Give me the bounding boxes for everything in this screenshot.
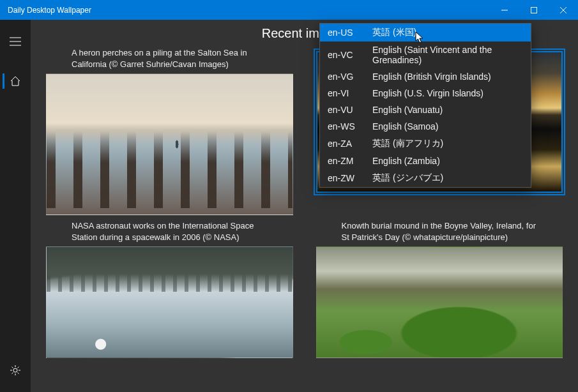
close-icon [560, 7, 567, 13]
locale-label: English (U.S. Virgin Islands) [372, 88, 523, 98]
locale-code: en-US [328, 27, 372, 38]
hamburger-button[interactable] [3, 29, 28, 54]
locale-code: en-VG [328, 72, 372, 82]
image-thumbnail[interactable] [46, 246, 293, 358]
locale-label: 英語 (南アフリカ) [372, 138, 523, 149]
locale-label: English (Samoa) [372, 121, 523, 132]
image-card[interactable]: Knowth burial mound in the Boyne Valley,… [316, 220, 563, 358]
locale-label: 英語 (ジンバブエ) [372, 172, 523, 184]
locale-code: en-ZM [328, 156, 372, 166]
window-title: Daily Desktop Wallpaper [0, 6, 490, 15]
locale-label: English (Vanuatu) [372, 105, 523, 115]
locale-label: 英語 (米国) [372, 27, 523, 38]
image-caption: A heron perches on a piling at the Salto… [46, 47, 293, 73]
locale-code: en-VU [328, 105, 372, 115]
locale-option[interactable]: en-WS English (Samoa) [320, 118, 531, 135]
minimize-button[interactable] [490, 0, 519, 20]
active-indicator [3, 73, 4, 89]
locale-code: en-VI [328, 88, 372, 98]
locale-option[interactable]: en-ZW 英語 (ジンバブエ) [320, 169, 531, 187]
locale-code: en-WS [328, 121, 372, 132]
locale-option[interactable]: en-VU English (Vanuatu) [320, 102, 531, 118]
titlebar: Daily Desktop Wallpaper [0, 0, 578, 20]
locale-dropdown[interactable]: en-US 英語 (米国) en-VC English (Saint Vince… [319, 23, 531, 188]
locale-option[interactable]: en-VC English (Saint Vincent and the Gre… [320, 41, 531, 68]
locale-option[interactable]: en-VG English (British Virgin Islands) [320, 68, 531, 85]
mouse-cursor [415, 31, 424, 44]
hamburger-icon [10, 37, 21, 46]
sidebar [0, 20, 31, 392]
locale-label: English (Saint Vincent and the Grenadine… [372, 45, 523, 65]
locale-option[interactable]: en-VI English (U.S. Virgin Islands) [320, 85, 531, 102]
gear-icon [10, 365, 21, 376]
maximize-icon [531, 7, 537, 13]
home-icon [10, 75, 21, 87]
image-card[interactable]: NASA astronaut works on the Internationa… [46, 220, 293, 358]
image-card[interactable]: A heron perches on a piling at the Salto… [46, 47, 293, 215]
window-controls [490, 0, 578, 20]
home-button[interactable] [3, 68, 28, 94]
locale-code: en-ZA [328, 139, 372, 149]
locale-option[interactable]: en-ZA 英語 (南アフリカ) [320, 135, 531, 153]
close-button[interactable] [549, 0, 578, 20]
image-caption: Knowth burial mound in the Boyne Valley,… [316, 220, 563, 246]
locale-code: en-VC [328, 50, 372, 60]
svg-point-7 [13, 368, 17, 372]
image-thumbnail[interactable] [316, 246, 563, 358]
settings-button[interactable] [3, 358, 28, 383]
image-caption: NASA astronaut works on the Internationa… [46, 220, 293, 246]
maximize-button[interactable] [519, 0, 549, 20]
locale-code: en-ZW [328, 173, 372, 183]
locale-label: English (British Virgin Islands) [372, 72, 523, 82]
locale-option[interactable]: en-ZM English (Zambia) [320, 153, 531, 169]
minimize-icon [501, 7, 508, 13]
image-thumbnail[interactable] [46, 73, 293, 215]
locale-label: English (Zambia) [372, 156, 523, 166]
svg-rect-1 [531, 7, 537, 13]
locale-option[interactable]: en-US 英語 (米国) [320, 24, 531, 41]
